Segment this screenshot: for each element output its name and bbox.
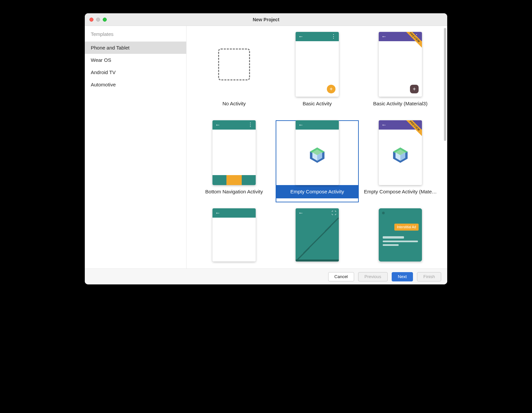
template-thumbnail: ← <box>212 208 256 261</box>
template-label: No Activity <box>193 97 276 110</box>
template-thumbnail: Interstitial Ad <box>379 208 422 261</box>
ad-badge: Interstitial Ad <box>394 224 419 231</box>
titlebar: New Project <box>85 13 447 26</box>
template-thumbnail: ← PREVIEW <box>379 120 422 185</box>
compose-logo-icon <box>392 147 409 165</box>
zoom-icon[interactable] <box>103 18 107 22</box>
overflow-icon: ⋮ <box>248 122 253 128</box>
fullscreen-icon: ⛶ <box>332 210 336 216</box>
template-fullscreen[interactable]: ←⛶ <box>276 208 359 266</box>
fab-icon: + <box>327 85 335 93</box>
back-arrow-icon: ← <box>215 210 220 216</box>
template-thumbnail <box>212 32 256 97</box>
template-label: Basic Activity (Material3) <box>359 97 442 110</box>
new-project-window: New Project Templates Phone and TabletWe… <box>85 13 447 284</box>
back-arrow-icon: ← <box>381 34 387 39</box>
template-basic-activity-material3[interactable]: ←⋮+PREVIEWBasic Activity (Material3) <box>359 32 442 114</box>
dashed-placeholder-icon <box>218 49 250 80</box>
template-label: Empty Compose Activity (Mate… <box>359 185 442 198</box>
compose-logo-icon <box>309 147 326 165</box>
sidebar-item-phone-and-tablet[interactable]: Phone and Tablet <box>85 42 186 54</box>
template-thumbnail: ← <box>296 120 339 185</box>
minimize-icon <box>96 18 100 22</box>
template-basic-activity[interactable]: ←⋮+Basic Activity <box>276 32 359 114</box>
fab-icon: + <box>410 85 419 93</box>
scrollbar-thumb[interactable] <box>444 28 446 141</box>
finish-button: Finish <box>417 272 441 281</box>
back-arrow-icon: ← <box>381 122 387 128</box>
template-label: Empty Compose Activity <box>276 185 359 198</box>
sidebar-item-wear-os[interactable]: Wear OS <box>85 54 186 66</box>
sidebar-item-automotive[interactable]: Automotive <box>85 78 186 91</box>
sidebar-item-android-tv[interactable]: Android TV <box>85 66 186 78</box>
template-bottom-navigation-activity[interactable]: ←⋮Bottom Navigation Activity <box>193 120 276 203</box>
bottom-nav-icon <box>212 175 256 185</box>
footer: Cancel Previous Next Finish <box>85 268 447 284</box>
template-empty-teal[interactable]: ← <box>193 208 276 266</box>
previous-button: Previous <box>358 272 388 281</box>
template-no-activity[interactable]: No Activity <box>193 32 276 114</box>
template-thumbnail: ←⋮+PREVIEW <box>379 32 422 97</box>
template-empty-compose-activity[interactable]: ← Empty Compose Activity <box>276 120 359 203</box>
back-arrow-icon: ← <box>298 34 304 39</box>
template-thumbnail: ←⋮ <box>212 120 256 185</box>
template-thumbnail: ←⛶ <box>296 208 339 261</box>
sidebar-header: Templates <box>85 31 186 42</box>
overflow-icon: ⋮ <box>331 34 336 39</box>
back-arrow-icon: ← <box>298 210 304 216</box>
sidebar: Templates Phone and TabletWear OSAndroid… <box>85 26 187 268</box>
template-label: Basic Activity <box>276 97 359 110</box>
template-gallery: No Activity←⋮+Basic Activity←⋮+PREVIEWBa… <box>187 26 447 268</box>
window-title: New Project <box>85 17 447 22</box>
template-ads[interactable]: Interstitial Ad <box>359 208 442 266</box>
cancel-button[interactable]: Cancel <box>328 272 354 281</box>
back-arrow-icon: ← <box>215 122 220 128</box>
close-icon[interactable] <box>89 18 93 22</box>
template-empty-compose-activity-mate[interactable]: ← PREVIEWEmpty Compose Activity (Mate… <box>359 120 442 203</box>
back-arrow-icon: ← <box>298 122 304 128</box>
traffic-lights <box>89 18 107 22</box>
next-button[interactable]: Next <box>392 272 413 281</box>
template-thumbnail: ←⋮+ <box>296 32 339 97</box>
template-label: Bottom Navigation Activity <box>193 185 276 198</box>
